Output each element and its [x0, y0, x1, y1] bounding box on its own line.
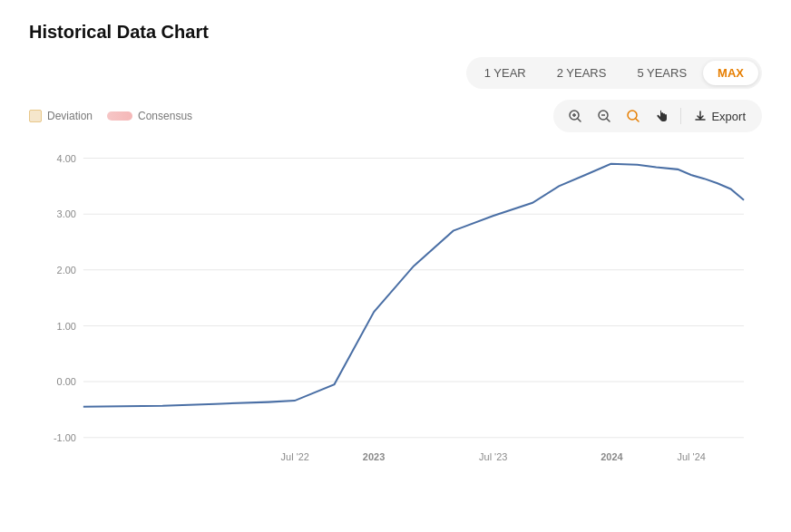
main-container: Historical Data Chart 1 YEAR 2 YEARS 5 Y…	[0, 0, 791, 506]
line-chart: 4.00 3.00 2.00 1.00 0.00 -1.00 Jul '22 2…	[29, 140, 762, 484]
zoom-out-button[interactable]	[591, 103, 617, 129]
svg-text:2023: 2023	[363, 451, 385, 462]
consensus-label: Consensus	[138, 110, 192, 122]
hand-icon	[655, 109, 669, 123]
time-btn-max[interactable]: MAX	[703, 61, 758, 85]
legend-deviation: Deviation	[29, 110, 93, 122]
deviation-label: Deviation	[47, 110, 93, 122]
chart-line	[83, 164, 744, 407]
time-buttons-group: 1 YEAR 2 YEARS 5 YEARS MAX	[466, 57, 762, 89]
svg-line-8	[636, 119, 639, 121]
time-btn-1year[interactable]: 1 YEAR	[470, 61, 541, 85]
zoom-out-icon	[597, 109, 611, 123]
legend-consensus: Consensus	[107, 110, 192, 122]
zoom-in-button[interactable]	[562, 103, 588, 129]
svg-text:4.00: 4.00	[57, 153, 76, 164]
export-button[interactable]: Export	[687, 106, 753, 127]
svg-text:1.00: 1.00	[57, 320, 76, 331]
zoom-select-button[interactable]	[620, 103, 646, 129]
download-icon	[694, 110, 707, 122]
svg-text:Jul '23: Jul '23	[479, 451, 507, 462]
time-btn-5years[interactable]: 5 YEARS	[622, 61, 701, 85]
pan-button[interactable]	[649, 103, 675, 129]
svg-text:-1.00: -1.00	[54, 432, 76, 443]
consensus-swatch	[107, 111, 132, 121]
chart-legend: Deviation Consensus	[29, 110, 192, 122]
svg-text:2.00: 2.00	[57, 265, 76, 276]
svg-text:Jul '24: Jul '24	[678, 451, 706, 462]
svg-line-6	[607, 119, 610, 121]
toolbar-divider	[680, 108, 681, 124]
chart-toolbar: Export	[553, 100, 762, 132]
svg-line-3	[578, 119, 581, 121]
deviation-swatch	[29, 110, 42, 122]
chart-area: 4.00 3.00 2.00 1.00 0.00 -1.00 Jul '22 2…	[29, 140, 762, 484]
svg-text:Jul '22: Jul '22	[281, 451, 309, 462]
magnifier-icon	[626, 109, 640, 123]
page-title: Historical Data Chart	[29, 22, 762, 43]
time-btn-2years[interactable]: 2 YEARS	[542, 61, 621, 85]
time-controls-row: 1 YEAR 2 YEARS 5 YEARS MAX	[29, 57, 762, 89]
svg-text:3.00: 3.00	[57, 208, 76, 219]
legend-toolbar-row: Deviation Consensus	[29, 100, 762, 132]
export-label: Export	[711, 110, 746, 123]
zoom-in-icon	[568, 109, 582, 123]
svg-text:0.00: 0.00	[57, 376, 76, 387]
svg-text:2024: 2024	[601, 451, 623, 462]
